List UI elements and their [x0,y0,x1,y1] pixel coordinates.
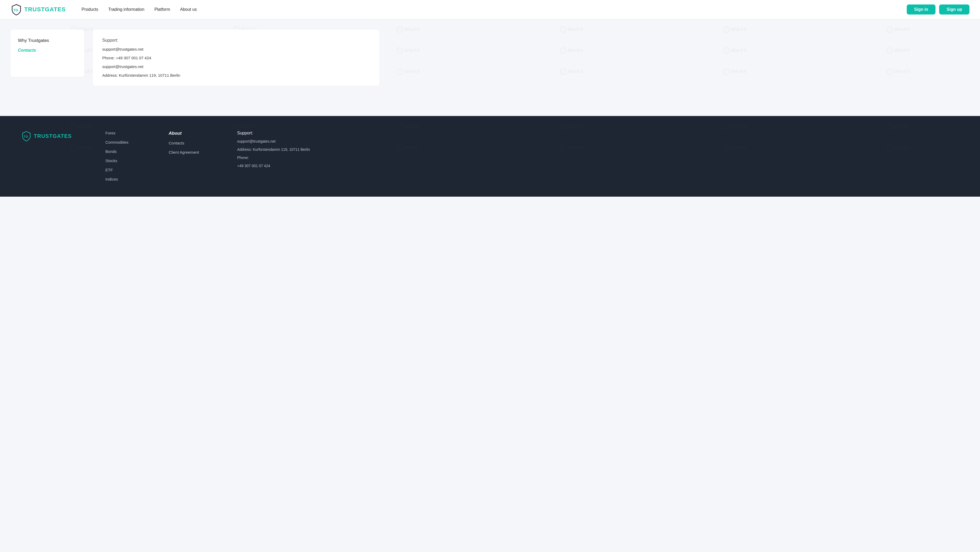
footer-support-title: Support: [237,131,959,136]
footer-support-col: Support: support@trustgates.net Address:… [237,131,959,186]
nav-platform[interactable]: Platform [154,7,170,12]
footer-support-phone: +49 307 001 07 424 [237,163,959,169]
wm-label: WikiFX [404,27,420,32]
logo-text: TRUSTGATES [24,6,66,13]
signin-button[interactable]: Sign in [907,5,935,14]
wm-badge: ® [723,26,730,33]
footer-logo[interactable]: TG TRUSTGATES [21,131,84,141]
wm-label: WikiFX [731,27,746,32]
nav-about-us[interactable]: About us [180,7,197,12]
footer-support-email: support@trustgates.net [237,139,959,144]
footer-logo-icon: TG [21,131,32,141]
wm-label: WikiFX [894,27,910,32]
footer-about-contacts[interactable]: Contacts [169,141,216,145]
footer-about-title: About [169,131,216,136]
contacts-sidebar-link[interactable]: Contacts [18,48,77,53]
footer-nav-stocks[interactable]: Stocks [105,158,148,163]
contact-address: Address: Kurfürstendamm 119, 10711 Berli… [102,73,370,78]
footer-nav-bonds[interactable]: Bonds [105,149,148,154]
footer: ®WikiFX ®WikiFX ®WikiFX ®WikiFX ®WikiFX … [0,116,980,197]
svg-text:TG: TG [24,135,28,139]
support-label: Support: [102,38,370,43]
footer-nav-commodities[interactable]: Commodities [105,140,148,144]
why-trustgates-title: Why Trustgates [18,38,77,43]
wm-badge: ® [887,26,893,33]
footer-nav-col: Forex Commodities Bonds Stocks ETF Indic… [105,131,148,186]
footer-about-client-agreement[interactable]: Client Agreement [169,150,216,155]
contact-phone: Phone: +49 307 001 07 424 [102,56,370,60]
header: TG TRUSTGATES Products Trading informati… [0,0,980,19]
logo-icon: TG [11,4,22,15]
wm-label: WikiFX [568,27,583,32]
header-actions: Sign in Sign up [907,5,969,14]
svg-text:TG: TG [13,8,18,12]
footer-nav-forex[interactable]: Forex [105,131,148,135]
footer-nav-etf[interactable]: ETF [105,168,148,172]
footer-logo-text: TRUSTGATES [34,133,72,139]
main-nav: Products Trading information Platform Ab… [82,7,907,12]
signup-button[interactable]: Sign up [939,5,969,14]
footer-nav-indices[interactable]: Indices [105,177,148,181]
contact-info-panel: Support: support@trustgates.net Phone: +… [93,30,379,86]
footer-support-phone-label: Phone: [237,155,959,161]
footer-support-address: Address: Kurfürstendamm 119, 10711 Berli… [237,147,959,152]
contact-email2: support@trustgates.net [102,64,370,69]
main-content: ®WikiFX ®WikiFX ®WikiFX ®WikiFX ®WikiFX … [0,19,980,103]
nav-trading-information[interactable]: Trading information [108,7,145,12]
nav-products[interactable]: Products [82,7,98,12]
footer-logo-col: TG TRUSTGATES [21,131,84,186]
logo[interactable]: TG TRUSTGATES [11,4,66,15]
wm-badge: ® [396,26,403,33]
bottom-spacer [0,197,980,218]
footer-about-col: About Contacts Client Agreement [169,131,216,186]
sidebar-card: Why Trustgates Contacts [11,30,84,77]
wm-badge: ® [560,26,566,33]
contact-email1: support@trustgates.net [102,47,370,51]
